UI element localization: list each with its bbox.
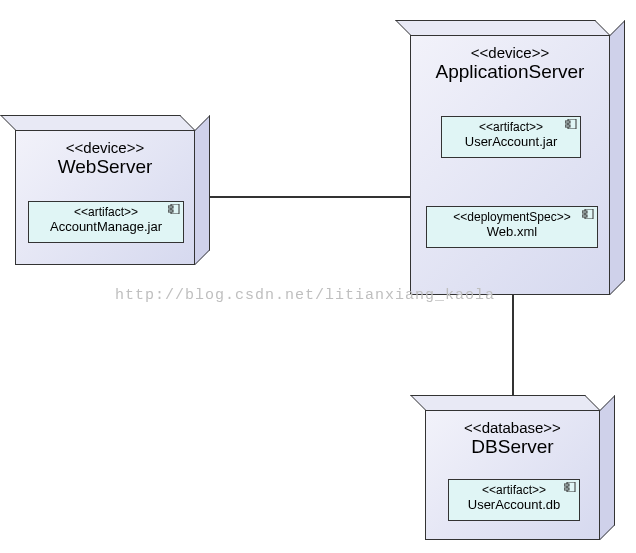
dbserver-artifact: <<artifact>> UserAccount.db bbox=[448, 479, 580, 521]
svg-rect-1 bbox=[168, 206, 173, 208]
svg-rect-5 bbox=[565, 125, 570, 127]
appserver-title: ApplicationServer bbox=[411, 61, 609, 83]
dbserver-stereotype: <<database>> bbox=[426, 419, 599, 436]
appserver-stereotype: <<device>> bbox=[411, 44, 609, 61]
artifact-icon bbox=[168, 204, 180, 214]
dbserver-artifact-stereotype: <<artifact>> bbox=[455, 483, 573, 497]
svg-rect-8 bbox=[582, 215, 587, 217]
appserver-artifact-name: UserAccount.jar bbox=[448, 134, 574, 149]
artifact-icon bbox=[564, 482, 576, 492]
svg-rect-7 bbox=[582, 211, 587, 213]
webserver-title: WebServer bbox=[16, 156, 194, 178]
connector-app-db bbox=[512, 295, 514, 395]
svg-rect-11 bbox=[564, 488, 569, 490]
dbserver-title: DBServer bbox=[426, 436, 599, 458]
svg-rect-4 bbox=[565, 121, 570, 123]
webserver-artifact-name: AccountManage.jar bbox=[35, 219, 177, 234]
appserver-spec: <<deploymentSpec>> Web.xml bbox=[426, 206, 598, 248]
webserver-artifact-stereotype: <<artifact>> bbox=[35, 205, 177, 219]
connector-web-app bbox=[195, 196, 410, 198]
svg-rect-2 bbox=[168, 210, 173, 212]
deployment-diagram: <<device>> WebServer <<artifact>> Accoun… bbox=[0, 0, 636, 553]
appserver-artifact: <<artifact>> UserAccount.jar bbox=[441, 116, 581, 158]
appserver-artifact-stereotype: <<artifact>> bbox=[448, 120, 574, 134]
artifact-icon bbox=[565, 119, 577, 129]
artifact-icon bbox=[582, 209, 594, 219]
webserver-stereotype: <<device>> bbox=[16, 139, 194, 156]
webserver-artifact: <<artifact>> AccountManage.jar bbox=[28, 201, 184, 243]
appserver-spec-stereotype: <<deploymentSpec>> bbox=[433, 210, 591, 224]
dbserver-artifact-name: UserAccount.db bbox=[455, 497, 573, 512]
appserver-spec-name: Web.xml bbox=[433, 224, 591, 239]
svg-rect-10 bbox=[564, 484, 569, 486]
